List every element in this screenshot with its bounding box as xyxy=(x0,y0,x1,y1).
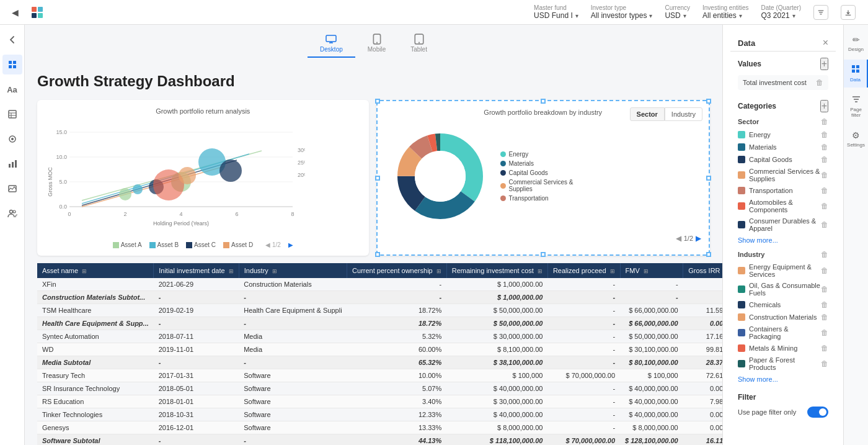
pagination-next[interactable]: ▶ xyxy=(288,241,293,248)
category-delete[interactable]: 🗑 xyxy=(821,171,828,179)
tab-tablet[interactable]: Tablet xyxy=(398,30,440,58)
panel-close-button[interactable]: × xyxy=(823,37,828,48)
sort-icon[interactable]: ⊞ xyxy=(644,268,649,274)
selection-handle-mr[interactable] xyxy=(706,176,711,181)
svg-rect-11 xyxy=(13,65,16,68)
sidebar-icon-users[interactable] xyxy=(2,204,22,223)
th-asset-name[interactable]: Asset name ⊞ xyxy=(37,263,154,278)
sector-group-delete[interactable]: 🗑 xyxy=(821,117,828,126)
sidebar-icon-chart[interactable] xyxy=(2,154,22,174)
category-delete[interactable]: 🗑 xyxy=(821,220,828,229)
svg-text:20%: 20% xyxy=(298,172,305,178)
master-fund-select[interactable]: USD Fund I ▾ xyxy=(534,11,578,20)
sort-icon[interactable]: ⊞ xyxy=(229,268,234,274)
table-row: Genesys 2016-12-01 Software 13.33% $ 8,0… xyxy=(37,421,722,434)
cell-date: 2018-10-31 xyxy=(154,408,239,421)
category-delete[interactable]: 🗑 xyxy=(821,202,828,210)
sort-icon[interactable]: ⊞ xyxy=(610,268,615,274)
pagination-next-icon[interactable]: ▶ xyxy=(696,234,701,243)
category-delete[interactable]: 🗑 xyxy=(821,313,828,321)
category-delete[interactable]: 🗑 xyxy=(821,143,828,151)
sidebar-icon-back[interactable] xyxy=(2,30,22,50)
category-delete[interactable]: 🗑 xyxy=(821,285,828,294)
sort-icon[interactable]: ⊞ xyxy=(82,268,87,274)
th-ownership[interactable]: Current percent ownership ⊞ xyxy=(347,263,447,278)
selection-handle-ml[interactable] xyxy=(375,176,380,181)
selection-handle-bl[interactable] xyxy=(375,252,380,257)
logo-button[interactable] xyxy=(30,5,45,20)
table-row: Treasury Tech 2017-01-31 Software 10.00%… xyxy=(37,369,722,382)
sector-show-more[interactable]: Show more... xyxy=(738,236,828,244)
cell-remaining: $ 40,000,000.00 xyxy=(446,408,547,421)
th-realized[interactable]: Realized proceed ⊞ xyxy=(547,263,620,278)
tab-data[interactable]: Data xyxy=(844,60,868,88)
cell-name: Syntec Automation xyxy=(37,330,154,343)
category-delete[interactable]: 🗑 xyxy=(821,359,828,368)
value-item-delete[interactable]: 🗑 xyxy=(816,78,823,87)
color-swatch xyxy=(738,313,745,321)
industry-show-more[interactable]: Show more... xyxy=(738,375,828,383)
category-item-left: Paper & Forest Products xyxy=(738,356,821,371)
category-item-left: Capital Goods xyxy=(738,156,792,163)
industry-group-delete[interactable]: 🗑 xyxy=(821,250,828,259)
use-page-filter-toggle[interactable] xyxy=(807,407,828,418)
sidebar-icon-table[interactable] xyxy=(2,104,22,124)
selection-handle-tm[interactable] xyxy=(541,99,546,104)
th-remaining[interactable]: Remaining investment cost ⊞ xyxy=(446,263,547,278)
category-delete[interactable]: 🗑 xyxy=(821,130,828,139)
svg-rect-72 xyxy=(852,70,855,73)
th-industry[interactable]: Industry ⊞ xyxy=(239,263,347,278)
tab-settings[interactable]: ⚙ Settings xyxy=(844,125,868,153)
category-delete[interactable]: 🗑 xyxy=(821,186,828,195)
panel-title: Data xyxy=(738,38,755,48)
table-row: WD 2019-11-01 Media 60.00% $ 8,100,000.0… xyxy=(37,343,722,356)
sort-icon[interactable]: ⊞ xyxy=(538,268,542,274)
selection-handle-bm[interactable] xyxy=(541,252,546,257)
pagination-prev-icon[interactable]: ◀ xyxy=(676,234,681,243)
scatter-legend: Asset A Asset B Asset C Asset D ◀ 1/2 ▶ xyxy=(45,241,361,248)
selection-handle-tl[interactable] xyxy=(375,99,380,104)
currency-select[interactable]: USD ▾ xyxy=(665,11,690,20)
tab-design[interactable]: ✏ Design xyxy=(844,30,868,57)
categories-add-button[interactable]: + xyxy=(820,100,828,112)
th-irr[interactable]: Gross IRR ⊞ xyxy=(683,263,722,278)
svg-rect-70 xyxy=(852,65,855,68)
industry-items: Energy Equipment & Services 🗑 Oil, Gas &… xyxy=(738,261,828,373)
back-button[interactable]: ◀ xyxy=(7,5,22,20)
tab-page-filter[interactable]: Page filter xyxy=(844,90,868,123)
download-button[interactable] xyxy=(841,5,856,20)
sort-icon[interactable]: ⊞ xyxy=(272,268,277,274)
category-delete[interactable]: 🗑 xyxy=(821,344,828,353)
filter-icon-button[interactable] xyxy=(813,5,828,20)
category-delete[interactable]: 🗑 xyxy=(821,300,828,309)
industry-group-header: Industry 🗑 xyxy=(738,250,828,259)
cell-name: Software Subtotal xyxy=(37,434,154,445)
category-delete[interactable]: 🗑 xyxy=(821,155,828,164)
investing-entities-select[interactable]: All entities ▾ xyxy=(702,11,749,20)
category-delete[interactable]: 🗑 xyxy=(821,328,828,337)
dashboard-title: Growth Strategy Dashboard xyxy=(37,73,710,90)
date-select[interactable]: Q3 2021 ▾ xyxy=(761,11,801,20)
sector-toggle-btn[interactable]: Sector xyxy=(630,107,665,121)
color-swatch xyxy=(738,156,745,163)
sidebar-icon-filter[interactable] xyxy=(2,129,22,149)
sidebar-icon-text[interactable]: Aa xyxy=(2,79,22,99)
tab-desktop[interactable]: Desktop xyxy=(308,30,355,58)
categories-section: Categories + Sector 🗑 Energy 🗑 xyxy=(738,100,828,383)
th-fmv[interactable]: FMV ⊞ xyxy=(620,263,683,278)
industry-toggle-btn[interactable]: Industry xyxy=(665,107,702,121)
desktop-tab-label: Desktop xyxy=(320,46,343,53)
tab-mobile[interactable]: Mobile xyxy=(355,30,398,58)
selection-handle-tr[interactable] xyxy=(706,99,711,104)
th-initial-date[interactable]: Initial investment date ⊞ xyxy=(154,263,239,278)
investor-type-select[interactable]: All investor types ▾ xyxy=(591,11,653,20)
cell-irr: 17.16% xyxy=(683,330,722,343)
mobile-icon xyxy=(371,34,383,45)
sort-icon[interactable]: ⊞ xyxy=(436,268,441,274)
sidebar-icon-image[interactable] xyxy=(2,179,22,199)
selection-handle-br[interactable] xyxy=(706,252,711,257)
values-add-button[interactable]: + xyxy=(820,58,828,70)
sidebar-icon-grid[interactable] xyxy=(2,55,22,74)
category-delete[interactable]: 🗑 xyxy=(821,266,828,275)
cell-irr: 7.98% xyxy=(683,395,722,408)
